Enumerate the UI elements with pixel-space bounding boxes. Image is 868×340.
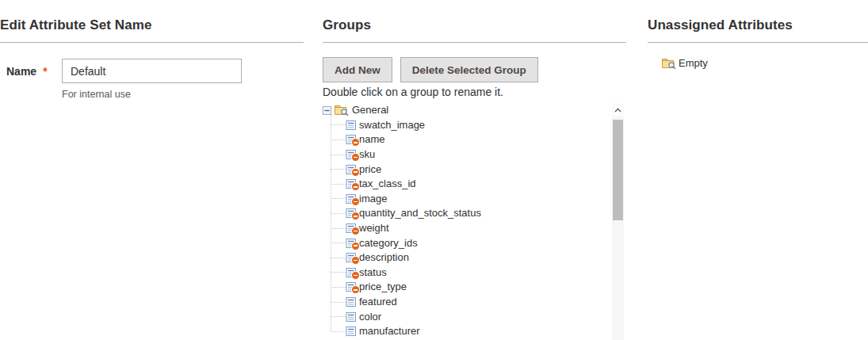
- attribute-tree-row[interactable]: color: [331, 309, 626, 324]
- attribute-tree-row[interactable]: quantity_and_stock_status: [331, 206, 626, 221]
- tree-root-general[interactable]: General: [323, 103, 626, 118]
- scrollbar-thumb[interactable]: [613, 120, 623, 220]
- attribute-form-icon: [346, 326, 357, 337]
- attribute-form-icon: [346, 281, 357, 292]
- unassigned-title: Unassigned Attributes: [648, 17, 793, 33]
- system-attribute-badge-icon: [352, 154, 359, 161]
- system-attribute-badge-icon: [352, 169, 359, 176]
- attribute-label: swatch_image: [359, 120, 425, 131]
- groups-panel: Groups Add New Delete Selected Group Dou…: [323, 0, 626, 339]
- tree-elbow-line: [331, 169, 346, 170]
- system-attribute-badge-icon: [352, 243, 359, 250]
- attribute-tree-children: swatch_image name sku: [323, 118, 626, 339]
- group-folder-icon: [335, 105, 349, 116]
- tree-elbow-line: [331, 316, 346, 317]
- attribute-label: weight: [359, 223, 389, 234]
- attribute-form-icon: [346, 149, 357, 160]
- tree-elbow-line: [331, 272, 346, 273]
- tree-elbow-line: [331, 243, 346, 243]
- attribute-tree-row[interactable]: swatch_image: [331, 118, 626, 133]
- system-attribute-badge-icon: [352, 183, 359, 190]
- required-asterisk: *: [43, 65, 47, 78]
- attribute-label: price: [359, 164, 381, 175]
- name-field-label: Name *: [0, 65, 62, 78]
- system-attribute-badge-icon: [352, 286, 359, 293]
- groups-header: Groups: [323, 0, 626, 43]
- attribute-label: tax_class_id: [359, 178, 416, 189]
- attribute-form-icon: [346, 164, 357, 175]
- attribute-tree-row[interactable]: price: [331, 162, 626, 177]
- tree-elbow-line: [331, 287, 346, 288]
- attribute-form-icon: [346, 193, 357, 204]
- attribute-tree-row[interactable]: price_type: [331, 280, 626, 295]
- attribute-label: price_type: [359, 281, 407, 292]
- delete-selected-group-button[interactable]: Delete Selected Group: [400, 57, 538, 82]
- attribute-tree-row[interactable]: image: [331, 192, 626, 207]
- attribute-label: manufacturer: [359, 326, 420, 337]
- attribute-form-icon: [346, 311, 357, 323]
- attribute-tree-row[interactable]: featured: [331, 295, 626, 310]
- attribute-label: category_ids: [359, 238, 418, 249]
- attribute-form-icon: [346, 252, 357, 263]
- groups-button-row: Add New Delete Selected Group: [323, 57, 626, 82]
- edit-set-name-header: Edit Attribute Set Name: [0, 0, 304, 43]
- attribute-tree-row[interactable]: status: [331, 266, 626, 281]
- attribute-label: status: [359, 267, 387, 278]
- tree-elbow-line: [331, 124, 346, 125]
- attribute-tree-row[interactable]: sku: [331, 147, 626, 162]
- system-attribute-badge-icon: [352, 257, 359, 264]
- attribute-tree-row[interactable]: manufacturer: [331, 324, 626, 339]
- tree-scrollbar[interactable]: [612, 103, 624, 340]
- attribute-tree-row[interactable]: tax_class_id: [331, 177, 626, 192]
- attribute-tree-row[interactable]: name: [331, 132, 626, 147]
- tree-root-label: General: [352, 105, 388, 116]
- name-field-row: Name *: [0, 59, 304, 83]
- rename-hint-text: Double click on a group to rename it.: [323, 86, 626, 98]
- attribute-form-icon: [346, 267, 357, 278]
- attribute-form-icon: [346, 223, 357, 234]
- tree-elbow-line: [331, 155, 346, 155]
- tree-elbow-line: [331, 302, 346, 303]
- empty-folder-icon: [662, 58, 676, 69]
- attribute-tree-row[interactable]: category_ids: [331, 235, 626, 250]
- unassigned-header: Unassigned Attributes: [648, 0, 868, 43]
- tree-elbow-line: [331, 258, 346, 258]
- attribute-set-name-input[interactable]: [62, 59, 242, 83]
- chevron-up-icon: [614, 108, 621, 113]
- attribute-tree-row[interactable]: description: [331, 250, 626, 266]
- attribute-label: sku: [359, 149, 375, 160]
- system-attribute-badge-icon: [352, 272, 359, 279]
- attribute-label: description: [359, 252, 409, 263]
- unassigned-empty-label: Empty: [679, 58, 708, 69]
- system-attribute-badge-icon: [352, 212, 359, 220]
- tree-elbow-line: [331, 213, 346, 214]
- name-field-note: For internal use: [62, 89, 304, 100]
- collapse-toggle-icon[interactable]: [323, 106, 331, 115]
- attribute-form-icon: [346, 296, 357, 308]
- unassigned-empty-row: Empty: [648, 58, 868, 69]
- attribute-tree-row[interactable]: weight: [331, 221, 626, 236]
- groups-tree: General swatch_image name: [323, 103, 626, 339]
- system-attribute-badge-icon: [352, 198, 359, 205]
- attribute-form-icon: [346, 208, 357, 219]
- attribute-form-icon: [346, 238, 357, 249]
- attribute-form-icon: [346, 134, 357, 145]
- tree-elbow-line: [331, 228, 346, 229]
- attribute-label: featured: [359, 296, 397, 308]
- page-title: Edit Attribute Set Name: [0, 17, 152, 33]
- tree-elbow-line: [331, 139, 346, 140]
- edit-set-name-panel: Edit Attribute Set Name Name * For inter…: [0, 0, 304, 100]
- attribute-label: name: [359, 134, 385, 145]
- tree-elbow-line: [331, 331, 346, 332]
- system-attribute-badge-icon: [352, 227, 359, 235]
- groups-title: Groups: [323, 17, 371, 33]
- attribute-label: image: [359, 193, 387, 204]
- tree-elbow-line: [331, 198, 346, 199]
- scroll-up-button[interactable]: [612, 103, 624, 117]
- system-attribute-badge-icon: [352, 139, 359, 146]
- attribute-label: quantity_and_stock_status: [359, 208, 481, 219]
- attribute-form-icon: [346, 120, 357, 131]
- tree-elbow-line: [331, 184, 346, 185]
- add-new-group-button[interactable]: Add New: [323, 57, 392, 82]
- attribute-label: color: [359, 311, 381, 323]
